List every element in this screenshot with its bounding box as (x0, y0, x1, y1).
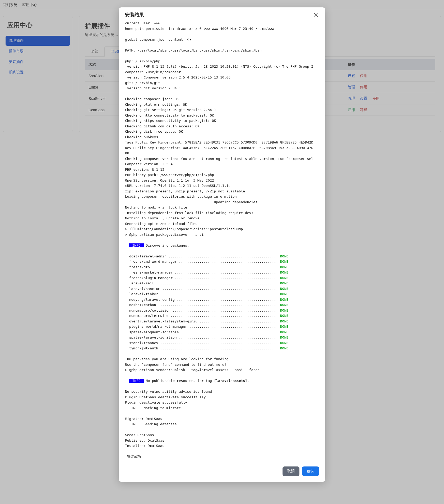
install-result-modal: 安装结果 current user: www home path permiss… (119, 7, 325, 482)
modal-footer: 取消 确认 (119, 463, 325, 482)
modal-header: 安装结果 (119, 7, 325, 21)
modal-title: 安装结果 (125, 12, 144, 18)
modal-body: current user: www home path permission i… (119, 21, 325, 463)
ok-button[interactable]: 确认 (302, 466, 319, 476)
close-icon[interactable] (313, 12, 319, 18)
cancel-button[interactable]: 取消 (283, 466, 299, 476)
install-log: current user: www home path permission i… (125, 21, 319, 460)
